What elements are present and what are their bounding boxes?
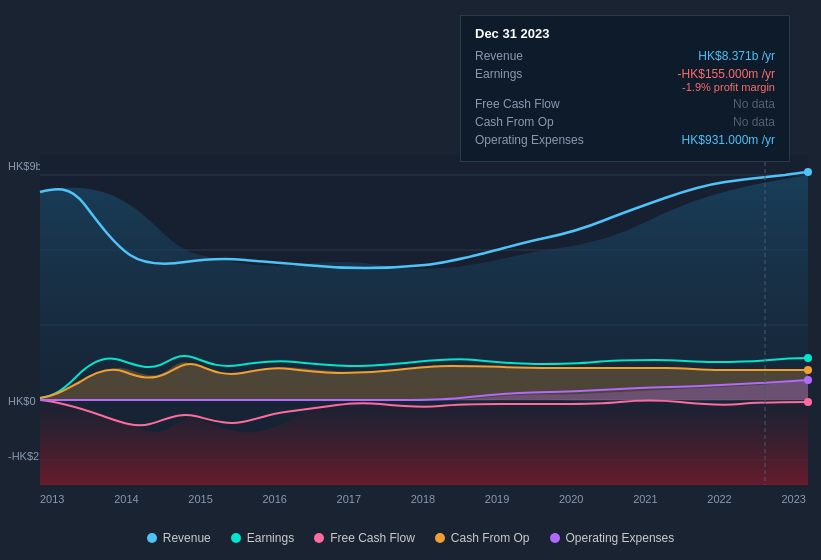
legend-label-revenue: Revenue	[163, 531, 211, 545]
tooltip-value-revenue: HK$8.371b /yr	[585, 49, 775, 63]
tooltip-value-earnings: -HK$155.000m /yr	[585, 67, 775, 81]
x-axis: 2013 2014 2015 2016 2017 2018 2019 2020 …	[40, 493, 806, 505]
x-label-2017: 2017	[337, 493, 361, 505]
tooltip-row-earnings: Earnings -HK$155.000m /yr -1.9% profit m…	[475, 67, 775, 93]
fcf-end-dot	[804, 398, 812, 406]
x-label-2016: 2016	[262, 493, 286, 505]
legend-dot-fcf	[314, 533, 324, 543]
tooltip-label-fcf: Free Cash Flow	[475, 97, 585, 111]
legend-item-cashfromop[interactable]: Cash From Op	[435, 531, 530, 545]
tooltip-profit-margin: -1.9% profit margin	[585, 81, 775, 93]
cashfromop-end-dot	[804, 366, 812, 374]
x-label-2021: 2021	[633, 493, 657, 505]
legend-item-opex[interactable]: Operating Expenses	[550, 531, 675, 545]
opex-end-dot	[804, 376, 812, 384]
legend-label-earnings: Earnings	[247, 531, 294, 545]
x-label-2020: 2020	[559, 493, 583, 505]
tooltip-label-earnings: Earnings	[475, 67, 585, 81]
tooltip-label-opex: Operating Expenses	[475, 133, 585, 147]
chart-container: Dec 31 2023 Revenue HK$8.371b /yr Earnin…	[0, 0, 821, 560]
legend-dot-cashfromop	[435, 533, 445, 543]
earnings-end-dot	[804, 354, 812, 362]
tooltip-row-revenue: Revenue HK$8.371b /yr	[475, 49, 775, 63]
tooltip-title: Dec 31 2023	[475, 26, 775, 41]
legend-item-earnings[interactable]: Earnings	[231, 531, 294, 545]
legend-label-opex: Operating Expenses	[566, 531, 675, 545]
tooltip-label-revenue: Revenue	[475, 49, 585, 63]
x-label-2023: 2023	[781, 493, 805, 505]
x-label-2018: 2018	[411, 493, 435, 505]
tooltip-row-opex: Operating Expenses HK$931.000m /yr	[475, 133, 775, 147]
x-label-2019: 2019	[485, 493, 509, 505]
tooltip-earnings-group: -HK$155.000m /yr -1.9% profit margin	[585, 67, 775, 93]
legend-label-fcf: Free Cash Flow	[330, 531, 415, 545]
legend: Revenue Earnings Free Cash Flow Cash Fro…	[0, 531, 821, 545]
tooltip-row-cashfromop: Cash From Op No data	[475, 115, 775, 129]
legend-dot-earnings	[231, 533, 241, 543]
x-label-2014: 2014	[114, 493, 138, 505]
legend-dot-revenue	[147, 533, 157, 543]
tooltip-value-cashfromop: No data	[585, 115, 775, 129]
legend-item-fcf[interactable]: Free Cash Flow	[314, 531, 415, 545]
tooltip-box: Dec 31 2023 Revenue HK$8.371b /yr Earnin…	[460, 15, 790, 162]
tooltip-row-fcf: Free Cash Flow No data	[475, 97, 775, 111]
legend-dot-opex	[550, 533, 560, 543]
revenue-end-dot	[804, 168, 812, 176]
x-label-2022: 2022	[707, 493, 731, 505]
x-label-2015: 2015	[188, 493, 212, 505]
legend-label-cashfromop: Cash From Op	[451, 531, 530, 545]
tooltip-value-opex: HK$931.000m /yr	[585, 133, 775, 147]
tooltip-value-fcf: No data	[585, 97, 775, 111]
x-label-2013: 2013	[40, 493, 64, 505]
legend-item-revenue[interactable]: Revenue	[147, 531, 211, 545]
tooltip-label-cashfromop: Cash From Op	[475, 115, 585, 129]
